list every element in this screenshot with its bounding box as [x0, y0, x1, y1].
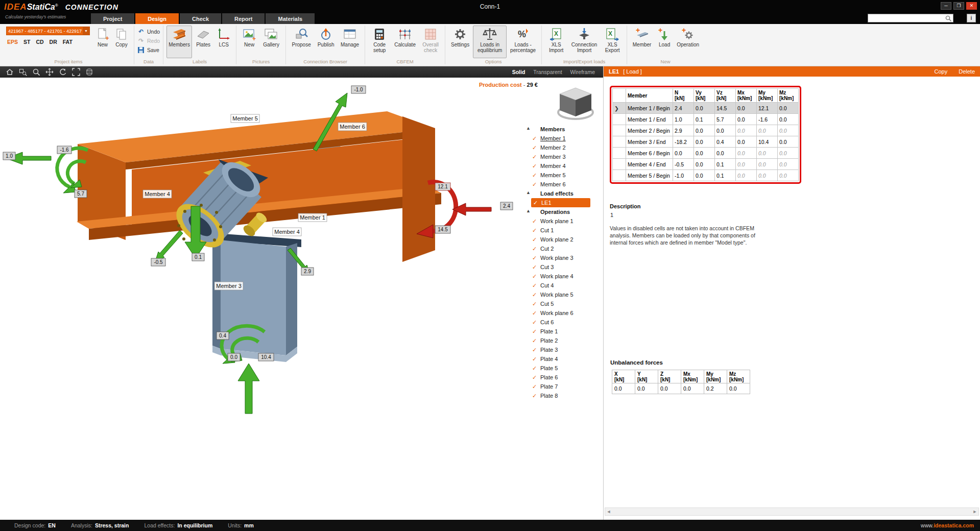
minimize-button[interactable]: ─ [941, 2, 951, 10]
checkbox-checked-icon[interactable]: ✓ [532, 172, 540, 179]
checkbox-checked-icon[interactable]: ✓ [532, 236, 540, 243]
checkbox-checked-icon[interactable]: ✓ [532, 319, 540, 326]
home-view-button[interactable] [4, 67, 15, 77]
tree-item-cut-6[interactable]: ✓Cut 6 [522, 318, 590, 327]
settings-button[interactable]: Settings [448, 26, 472, 58]
perspective-button[interactable] [84, 67, 95, 77]
tree-item-work-plane-3[interactable]: ✓Work plane 3 [522, 253, 590, 262]
tree-section-operations[interactable]: ▲Operations [522, 207, 590, 216]
description-value[interactable]: 1 [610, 212, 613, 218]
tree-item-plate-5[interactable]: ✓Plate 5 [522, 364, 590, 373]
xls-export-button[interactable]: X XLS Export [601, 26, 624, 58]
checkbox-checked-icon[interactable]: ✓ [532, 301, 540, 307]
zoom-window-button[interactable] [17, 67, 29, 77]
tree-item-plate-2[interactable]: ✓Plate 2 [522, 336, 590, 345]
tab-design[interactable]: Design [135, 13, 179, 24]
load-effects-table[interactable]: Member N[kN] Vy[kN] Vz[kN] Mx[kNm] My[kN… [612, 88, 799, 181]
checkbox-checked-icon[interactable]: ✓ [532, 218, 540, 225]
rotate-view-button[interactable] [57, 67, 68, 77]
tree-item-member-4[interactable]: ✓Member 4 [522, 161, 590, 171]
mode-st[interactable]: ST [23, 39, 30, 45]
tree-item-plate-8[interactable]: ✓Plate 8 [522, 391, 590, 400]
member-tag[interactable]: Member 4 [273, 228, 301, 236]
tree-item-cut-3[interactable]: ✓Cut 3 [522, 262, 590, 272]
undo-button[interactable]: ↶Undo [137, 28, 160, 36]
tree-item-plate-4[interactable]: ✓Plate 4 [522, 354, 590, 364]
member-tag[interactable]: Member 5 [231, 114, 259, 123]
tree-item-le1[interactable]: ✓LE1 [531, 198, 590, 207]
loads-in-equilibrium-button[interactable]: Loads in equilibrium [473, 26, 507, 58]
checkbox-checked-icon[interactable]: ✓ [532, 181, 540, 188]
scroll-left-icon[interactable]: ◄ [605, 509, 612, 514]
tree-item-cut-4[interactable]: ✓Cut 4 [522, 281, 590, 290]
labels-members-button[interactable]: Members [166, 26, 192, 58]
connection-import-button[interactable]: Connection Import [568, 26, 600, 58]
checkbox-checked-icon[interactable]: ✓ [532, 310, 540, 317]
mode-cd[interactable]: CD [36, 39, 43, 45]
checkbox-checked-icon[interactable]: ✓ [532, 374, 540, 381]
tree-item-member-2[interactable]: ✓Member 2 [522, 143, 590, 152]
labels-plates-button[interactable]: Plates [193, 26, 213, 58]
xls-import-button[interactable]: X XLS Import [545, 26, 567, 58]
checkbox-checked-icon[interactable]: ✓ [532, 282, 540, 289]
scene-area[interactable]: Member 5 Member 6 Member 4 Member 1 Memb… [0, 78, 603, 520]
pan-button[interactable] [44, 67, 55, 77]
tree-item-plate-3[interactable]: ✓Plate 3 [522, 345, 590, 354]
member-tag[interactable]: Member 3 [214, 282, 243, 290]
delete-load-button[interactable]: Delete [959, 68, 975, 75]
new-operation-button[interactable]: + Operation [675, 26, 701, 58]
checkbox-checked-icon[interactable]: ✓ [532, 356, 540, 363]
table-row[interactable]: Member 2 / Begin 2.9 0.0 0.0 0.0 0.0 0.0 [613, 125, 799, 136]
checkbox-checked-icon[interactable]: ✓ [532, 328, 540, 335]
member-tag[interactable]: Member 1 [298, 213, 327, 222]
table-row[interactable]: Member 4 / End -0.5 0.0 0.1 0.0 0.0 0.0 [613, 159, 799, 170]
tree-item-work-plane-1[interactable]: ✓Work plane 1 [522, 216, 590, 226]
3d-model-canvas[interactable]: Member 5 Member 6 Member 4 Member 1 Memb… [0, 78, 603, 520]
tree-item-cut-1[interactable]: ✓Cut 1 [522, 226, 590, 235]
tree-item-plate-6[interactable]: ✓Plate 6 [522, 373, 590, 382]
column-member-3-geometry[interactable] [203, 232, 301, 362]
tree-item-member-5[interactable]: ✓Member 5 [522, 171, 590, 180]
mode-fat[interactable]: FAT [63, 39, 73, 45]
render-mode-transparent[interactable]: Transparent [533, 69, 562, 75]
checkbox-checked-icon[interactable]: ✓ [532, 144, 540, 151]
manage-button[interactable]: Manage [338, 26, 362, 58]
tree-item-plate-1[interactable]: ✓Plate 1 [522, 327, 590, 336]
labels-lcs-button[interactable]: LCS [214, 26, 233, 58]
mode-eps[interactable]: EPS [7, 39, 18, 45]
tree-item-plate-7[interactable]: ✓Plate 7 [522, 382, 590, 391]
render-mode-wireframe[interactable]: Wireframe [570, 69, 595, 75]
redo-button[interactable]: ↷Redo [137, 37, 160, 45]
table-row[interactable]: Member 5 / Begin -1.0 0.0 0.1 0.0 0.0 0.… [613, 170, 799, 181]
member-tag[interactable]: Member 6 [338, 123, 367, 131]
save-button[interactable]: Save [137, 46, 160, 54]
checkbox-checked-icon[interactable]: ✓ [532, 255, 540, 261]
new-member-button[interactable]: + Member [630, 26, 654, 58]
new-load-button[interactable]: + Load [655, 26, 674, 58]
render-mode-solid[interactable]: Solid [512, 69, 525, 75]
info-button[interactable]: i [967, 14, 976, 22]
tree-section-members[interactable]: ▲Members [522, 125, 590, 134]
member-tag[interactable]: Member 4 [143, 190, 172, 198]
tab-project[interactable]: Project [91, 13, 134, 24]
search-input[interactable] [868, 15, 945, 21]
calculate-button[interactable]: Calculate [392, 26, 418, 58]
checkbox-checked-icon[interactable]: ✓ [533, 200, 541, 206]
copy-load-button[interactable]: Copy [935, 68, 948, 75]
checkbox-checked-icon[interactable]: ✓ [532, 292, 540, 298]
project-item-selector[interactable]: 421967 - 485177 - 421701 - 422917 - 4 ▾ [6, 27, 90, 35]
loads-percentage-button[interactable]: % Loads - percentage [508, 26, 538, 58]
publish-button[interactable]: Publish [315, 26, 337, 58]
zoom-button[interactable] [31, 67, 42, 77]
tree-item-work-plane-5[interactable]: ✓Work plane 5 [522, 290, 590, 299]
tab-check[interactable]: Check [180, 13, 221, 24]
table-row[interactable]: Member 6 / Begin 0.0 0.0 0.0 0.0 0.0 0.0 [613, 148, 799, 159]
tree-item-cut-5[interactable]: ✓Cut 5 [522, 299, 590, 308]
zoom-extents-button[interactable] [70, 67, 82, 77]
table-row[interactable]: Member 1 / End 1.0 0.1 5.7 0.0 -1.6 0.0 [613, 114, 799, 125]
code-setup-button[interactable]: Code setup [368, 26, 391, 58]
checkbox-checked-icon[interactable]: ✓ [532, 264, 540, 271]
dropdown-arrow-icon[interactable]: ▾ [83, 27, 89, 35]
tree-item-member-6[interactable]: ✓Member 6 [522, 180, 590, 189]
tree-section-load-effects[interactable]: ▲Load effects [522, 189, 590, 198]
